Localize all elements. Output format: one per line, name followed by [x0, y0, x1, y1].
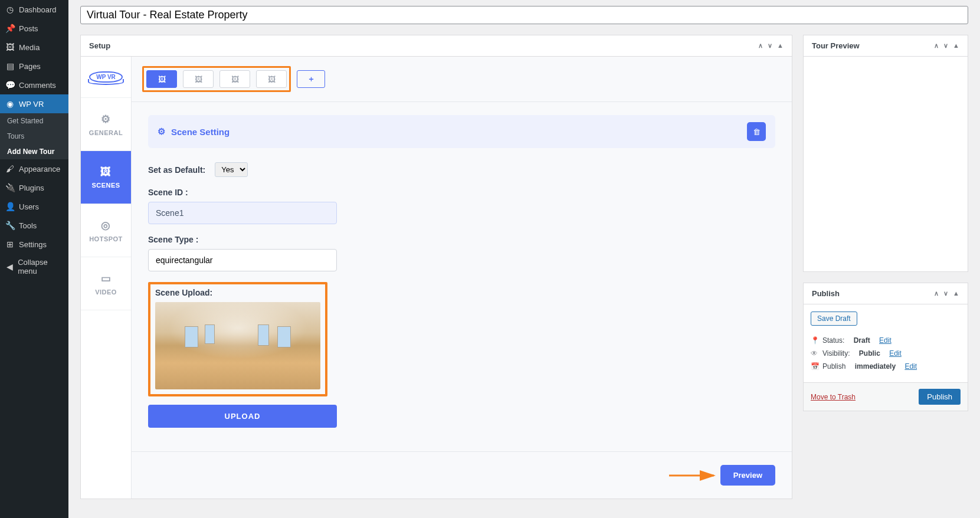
sliders-icon: ⊞ — [5, 239, 15, 250]
preview-button[interactable]: Preview — [720, 465, 775, 486]
image-icon: 🖼 — [195, 75, 202, 84]
panel-down-icon[interactable]: ∨ — [943, 290, 948, 297]
pin-icon: 📌 — [5, 23, 15, 34]
status-row: 📍 Status: Draft Edit — [811, 336, 961, 345]
scene-tab-1[interactable]: 🖼 — [146, 70, 177, 88]
sidebar-collapse[interactable]: ◀Collapse menu — [0, 254, 68, 280]
scene-id-input[interactable] — [148, 202, 337, 224]
tour-preview-title: Tour Preview — [812, 41, 860, 50]
plus-icon: ＋ — [307, 74, 315, 84]
tour-preview-viewport — [811, 64, 961, 264]
image-icon: 🖼 — [100, 166, 112, 178]
admin-sidebar: ◷Dashboard 📌Posts 🖾Media ▤Pages 💬Comment… — [0, 0, 68, 518]
panel-down-icon[interactable]: ∨ — [943, 42, 948, 50]
vertical-tabs: WP VR ⚙GENERAL 🖼SCENES ◎HOTSPOT ▭VIDEO — [81, 57, 132, 499]
gear-icon: ⚙ — [158, 126, 165, 137]
move-to-trash-link[interactable]: Move to Trash — [811, 393, 856, 401]
publish-panel: Publish ∧∨▲ Save Draft 📍 Status: Draft E… — [803, 283, 968, 411]
video-icon: ▭ — [101, 272, 112, 285]
image-icon: 🖼 — [268, 75, 276, 84]
sidebar-item-plugins[interactable]: 🔌Plugins — [0, 178, 68, 197]
pin-icon: 📍 — [811, 336, 819, 345]
image-icon: 🖼 — [158, 75, 166, 84]
delete-scene-button[interactable]: 🗑 — [747, 122, 766, 141]
edit-status-link[interactable]: Edit — [879, 336, 891, 345]
publish-button[interactable]: Publish — [919, 389, 961, 405]
panel-toggle-icon[interactable]: ▲ — [953, 290, 959, 297]
sidebar-item-tools[interactable]: 🔧Tools — [0, 216, 68, 235]
scene-upload-highlight: Scene Upload: — [148, 282, 327, 396]
panel-up-icon[interactable]: ∧ — [934, 290, 939, 297]
edit-visibility-link[interactable]: Edit — [889, 349, 902, 358]
vtab-general[interactable]: ⚙GENERAL — [81, 98, 131, 151]
tour-preview-panel: Tour Preview ∧∨▲ — [803, 35, 968, 272]
brush-icon: 🖌 — [5, 163, 15, 174]
edit-schedule-link[interactable]: Edit — [904, 362, 917, 371]
panel-up-icon[interactable]: ∧ — [758, 42, 763, 50]
sidebar-item-comments[interactable]: 💬Comments — [0, 76, 68, 94]
sidebar-item-posts[interactable]: 📌Posts — [0, 19, 68, 38]
sidebar-item-pages[interactable]: ▤Pages — [0, 57, 68, 76]
scene-upload-label: Scene Upload: — [155, 288, 320, 297]
scene-tab-3[interactable]: 🖼 — [219, 70, 250, 88]
page-icon: ▤ — [5, 61, 15, 71]
wpvr-logo: WP VR — [81, 57, 131, 98]
sidebar-item-wpvr[interactable]: ◉WP VR — [0, 94, 68, 113]
save-draft-button[interactable]: Save Draft — [811, 312, 857, 326]
vtab-hotspot[interactable]: ◎HOTSPOT — [81, 204, 131, 257]
target-icon: ◎ — [101, 219, 111, 232]
vtab-video[interactable]: ▭VIDEO — [81, 257, 131, 310]
submenu-tours[interactable]: Tours — [0, 129, 68, 144]
sidebar-item-settings[interactable]: ⊞Settings — [0, 235, 68, 254]
publish-panel-title: Publish — [812, 289, 840, 298]
panel-down-icon[interactable]: ∨ — [768, 42, 772, 50]
scene-tabs-highlight: 🖼 🖼 🖼 🖼 — [142, 66, 291, 92]
wpvr-submenu: Get Started Tours Add New Tour — [0, 113, 68, 159]
scene-tab-2[interactable]: 🖼 — [183, 70, 214, 88]
panel-up-icon[interactable]: ∧ — [934, 42, 939, 50]
tour-title-input[interactable] — [80, 6, 968, 24]
wrench-icon: 🔧 — [5, 220, 15, 231]
sidebar-item-dashboard[interactable]: ◷Dashboard — [0, 0, 68, 19]
set-default-select[interactable]: Yes — [215, 162, 248, 177]
eye-icon: 👁 — [811, 349, 819, 358]
sidebar-item-users[interactable]: 👤Users — [0, 197, 68, 216]
scene-tab-4[interactable]: 🖼 — [256, 70, 287, 88]
plug-icon: 🔌 — [5, 182, 15, 193]
panel-toggle-icon[interactable]: ▲ — [777, 42, 784, 50]
main-content: Setup ∧ ∨ ▲ WP VR ⚙GENERAL 🖼SCENE — [68, 0, 980, 518]
sidebar-item-media[interactable]: 🖾Media — [0, 38, 68, 57]
collapse-icon: ◀ — [5, 261, 14, 272]
scene-type-label: Scene Type : — [148, 235, 775, 244]
setup-panel: Setup ∧ ∨ ▲ WP VR ⚙GENERAL 🖼SCENE — [80, 35, 792, 499]
submenu-add-new-tour[interactable]: Add New Tour — [0, 144, 68, 159]
comment-icon: 💬 — [5, 80, 15, 90]
gear-icon: ⚙ — [101, 113, 111, 126]
upload-button[interactable]: UPLOAD — [148, 405, 337, 428]
media-icon: 🖾 — [5, 42, 15, 53]
scene-id-label: Scene ID : — [148, 188, 775, 197]
submenu-get-started[interactable]: Get Started — [0, 113, 68, 129]
add-scene-button[interactable]: ＋ — [297, 70, 325, 88]
image-icon: 🖼 — [231, 75, 239, 84]
trash-icon: 🗑 — [753, 127, 761, 136]
scene-type-input[interactable] — [148, 249, 337, 271]
scene-setting-heading: ⚙Scene Setting — [158, 126, 230, 137]
scene-thumbnail[interactable] — [155, 302, 320, 389]
set-default-label: Set as Default: — [148, 165, 205, 175]
annotation-arrow — [669, 470, 721, 481]
vtab-scenes[interactable]: 🖼SCENES — [81, 151, 131, 204]
schedule-row: 📅 Publish immediately Edit — [811, 362, 961, 371]
panel-toggle-icon[interactable]: ▲ — [953, 42, 959, 50]
visibility-row: 👁 Visibility: Public Edit — [811, 349, 961, 358]
setup-panel-title: Setup — [89, 41, 110, 50]
user-icon: 👤 — [5, 201, 15, 212]
sidebar-item-appearance[interactable]: 🖌Appearance — [0, 159, 68, 178]
calendar-icon: 📅 — [811, 362, 819, 371]
gauge-icon: ◷ — [5, 4, 15, 15]
vr-icon: ◉ — [5, 99, 15, 109]
